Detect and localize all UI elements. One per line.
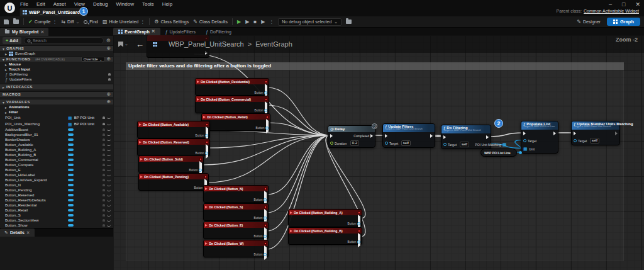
exec-out-pin[interactable] [370, 134, 373, 138]
eye-closed-icon[interactable] [107, 164, 111, 166]
event-node[interactable]: On Clicked (Button_Pending)Button [138, 173, 209, 191]
variable-row[interactable]: Button_S [0, 213, 113, 218]
event-node[interactable]: On Clicked (Button_Reserved)Button [137, 138, 210, 156]
eye-closed-icon[interactable] [107, 154, 111, 156]
grid-pin[interactable]: ▦ [523, 147, 528, 151]
node-update-number[interactable]: ƒUpdate Number Units MatchingTarget is W… [571, 121, 620, 145]
play-options-icon[interactable]: ⋮ [269, 20, 274, 25]
menu-help[interactable]: Help [162, 1, 172, 7]
browse-debug-icon[interactable] [346, 20, 352, 24]
event-node[interactable]: On Clicked (Button_Retail)Button [201, 113, 270, 131]
bell-icon[interactable] [103, 214, 105, 217]
object-pin[interactable] [264, 109, 267, 112]
add-new-icon[interactable]: ⊕ [107, 92, 111, 97]
back-arrow-icon[interactable]: ← [136, 40, 144, 49]
variable-row[interactable]: Button_SectionView [0, 218, 113, 223]
menu-asset[interactable]: Asset [53, 1, 66, 7]
chevron-down-icon[interactable]: ⌄ [125, 42, 128, 47]
obj-pin[interactable] [574, 139, 577, 142]
node-do-filtering[interactable]: ƒDo FilteringTarget is WBP Panel Unit Se… [441, 125, 491, 149]
event-node[interactable]: On Clicked (Button_Sold)Button [138, 155, 204, 173]
exec-in-pin[interactable] [385, 134, 387, 138]
delegate-pin[interactable] [204, 176, 207, 178]
eye-closed-icon[interactable] [107, 194, 111, 196]
bell-icon[interactable] [103, 224, 105, 227]
graph-item-eventgraph[interactable]: ▸EventGraph [0, 51, 113, 56]
variable-row[interactable]: Button_Commercial [0, 157, 113, 162]
variable-row[interactable]: BackgroundBlur_01 [0, 132, 113, 137]
menu-debug[interactable]: Debug [93, 1, 108, 7]
bell-icon[interactable] [103, 159, 105, 161]
delegate-pin[interactable] [265, 81, 267, 83]
bell-icon[interactable] [103, 219, 105, 222]
function-item-dofiltering[interactable]: ƒDoFiltering [0, 72, 113, 77]
object-pin[interactable] [199, 169, 202, 172]
node-update-filters[interactable]: ƒUpdate FiltersTarget is WBP Panel Unit … [382, 123, 435, 148]
pin-value[interactable]: self [460, 142, 469, 147]
bell-icon[interactable] [103, 138, 105, 141]
event-node[interactable]: On Clicked (Button_N)Button [203, 185, 269, 203]
class-settings-button[interactable]: ⚙ Class Settings [154, 19, 189, 25]
function-item-updatefilters[interactable]: ƒUpdateFilters [0, 77, 113, 82]
delegate-pin[interactable] [358, 230, 360, 232]
breadcrumb-leaf[interactable]: EventGraph [255, 40, 292, 48]
variable-row[interactable]: Button_ListView_Expand [0, 177, 113, 183]
object-pin[interactable] [357, 240, 360, 244]
grid-pin[interactable]: ▦ [502, 142, 507, 147]
object-pin[interactable] [264, 91, 267, 94]
bell-icon[interactable] [103, 194, 105, 196]
compile-button[interactable]: ✓ Compile ⋮ [28, 19, 57, 25]
close-icon[interactable]: ✕ [635, 1, 640, 8]
bell-icon[interactable] [103, 189, 105, 191]
tab-my-blueprint[interactable]: My Blueprint ✕ [0, 28, 48, 36]
delegate-pin[interactable] [264, 224, 267, 227]
obj-pin[interactable] [385, 142, 388, 145]
event-node[interactable]: On Clicked (Button_Building_A)Button [288, 209, 362, 227]
section-interfaces[interactable]: ▸INTERFACES [0, 84, 113, 89]
variable-row[interactable]: Button_N [0, 183, 113, 188]
variable-row[interactable]: POI_Units_Matching▦BP POI Unit [0, 121, 113, 127]
exec-out-pin[interactable] [430, 134, 433, 138]
bell-icon[interactable] [103, 128, 105, 131]
exec-in-pin[interactable] [443, 135, 446, 139]
menu-tools[interactable]: Tools [142, 1, 154, 7]
bookmark-icon[interactable] [118, 42, 123, 47]
tab-dofiltering[interactable]: ƒDoFiltering [201, 28, 236, 35]
delegate-pin[interactable] [199, 158, 202, 160]
menu-edit[interactable]: Edit [36, 1, 45, 7]
event-node[interactable]: On Clicked (Button_Building_B)Button [288, 227, 362, 245]
asset-tab[interactable]: WBP_Panel_UnitSearch [19, 7, 88, 16]
eye-closed-icon[interactable] [107, 205, 111, 206]
diff-button[interactable]: ⇆ Diff ⌄ [61, 19, 79, 25]
compile-options-icon[interactable]: ⋮ [52, 20, 57, 25]
bell-icon[interactable] [103, 123, 105, 125]
eye-closed-icon[interactable] [107, 117, 111, 119]
obj-pin[interactable] [523, 139, 526, 142]
eye-closed-icon[interactable] [107, 210, 111, 211]
class-defaults-button[interactable]: ✎ Class Defaults [193, 19, 228, 25]
exec-in-pin[interactable] [574, 132, 576, 135]
pin-value[interactable]: self [401, 140, 411, 146]
variable-row[interactable]: Button_Residential [0, 203, 113, 208]
bell-icon[interactable] [108, 73, 111, 76]
eye-closed-icon[interactable] [107, 159, 111, 161]
variable-row[interactable]: Button_Reserved [0, 193, 113, 198]
stop-button[interactable]: ■ [253, 19, 257, 25]
exec-in-pin[interactable] [330, 134, 333, 138]
eye-closed-icon[interactable] [107, 220, 111, 222]
event-node[interactable]: On Clicked (Button_Commercial)Button [195, 96, 269, 113]
section-graphs[interactable]: ▾GRAPHS⊕ [0, 45, 113, 51]
event-node[interactable]: On Clicked (Button_W)Button [203, 240, 269, 257]
hide-unrelated-button[interactable]: ▧ Hide Unrelated ⋮ [103, 19, 145, 25]
node-delay[interactable]: ◷Delay◷CompletedDuration0.2 [328, 125, 375, 148]
close-tab-icon[interactable]: ✕ [26, 230, 30, 235]
variable-row[interactable]: BorderShadow [0, 137, 113, 142]
bell-icon[interactable] [108, 78, 111, 81]
tab-details[interactable]: ✎ Details ✕ [0, 228, 35, 237]
variable-row[interactable]: Button_Compare [0, 162, 113, 167]
object-pin[interactable] [265, 127, 269, 130]
object-pin[interactable] [264, 253, 267, 256]
bell-icon[interactable] [103, 179, 105, 181]
add-new-icon[interactable]: ⊕ [107, 99, 111, 104]
close-tab-icon[interactable]: ✕ [40, 30, 44, 35]
